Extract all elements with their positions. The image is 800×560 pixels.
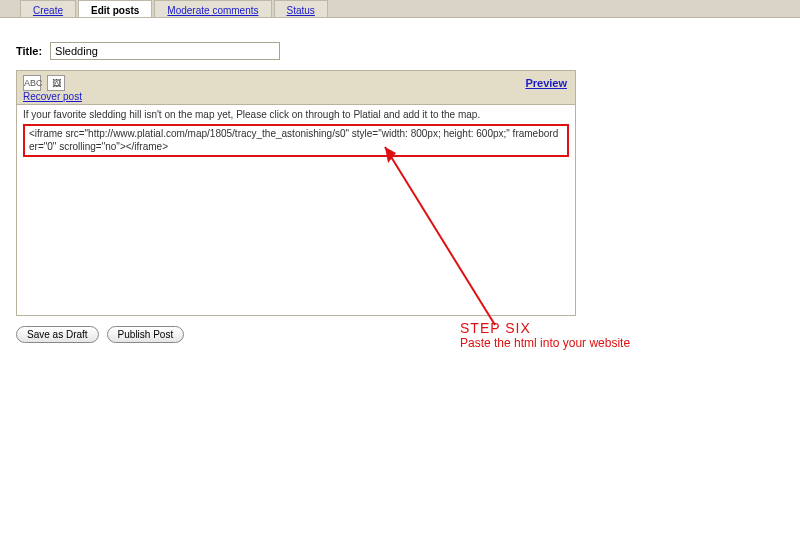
editor-toolbar: ABC 🖼 Recover post Preview xyxy=(17,71,575,105)
insert-image-icon[interactable]: 🖼 xyxy=(47,75,65,91)
tab-bar: Create Edit posts Moderate comments Stat… xyxy=(0,0,800,18)
preview-link[interactable]: Preview xyxy=(525,77,567,89)
title-input[interactable] xyxy=(50,42,280,60)
pasted-iframe-code: <iframe src="http://www.platial.com/map/… xyxy=(23,124,569,157)
publish-post-button[interactable]: Publish Post xyxy=(107,326,185,343)
title-label: Title: xyxy=(16,45,42,57)
editor-body[interactable]: If your favorite sledding hill isn't on … xyxy=(17,105,575,315)
tab-status[interactable]: Status xyxy=(274,0,328,17)
title-row: Title: xyxy=(16,42,790,60)
recover-post-link[interactable]: Recover post xyxy=(23,91,82,102)
action-row: Save as Draft Publish Post xyxy=(16,326,790,343)
spellcheck-icon[interactable]: ABC xyxy=(23,75,41,91)
tab-moderate-comments[interactable]: Moderate comments xyxy=(154,0,271,17)
save-as-draft-button[interactable]: Save as Draft xyxy=(16,326,99,343)
editor-container: ABC 🖼 Recover post Preview If your favor… xyxy=(16,70,576,316)
tab-create[interactable]: Create xyxy=(20,0,76,17)
page-body: Title: ABC 🖼 Recover post Preview If you… xyxy=(0,18,800,343)
editor-intro-text: If your favorite sledding hill isn't on … xyxy=(23,109,569,120)
tab-edit-posts[interactable]: Edit posts xyxy=(78,0,152,17)
